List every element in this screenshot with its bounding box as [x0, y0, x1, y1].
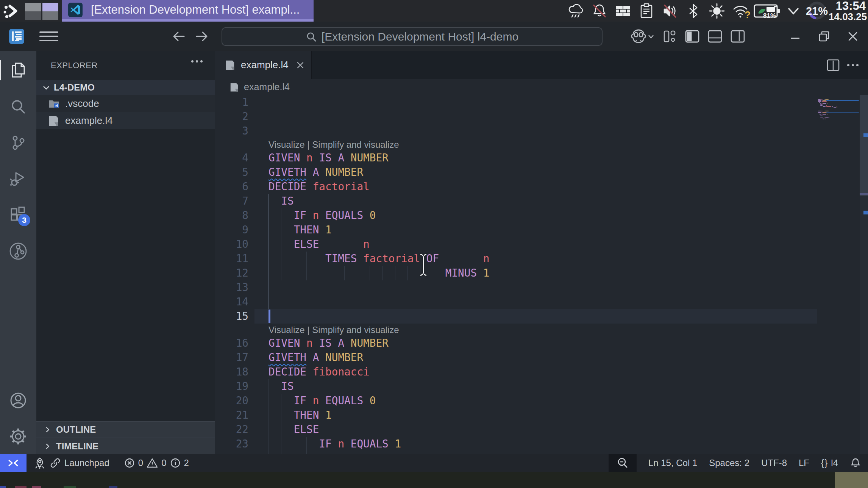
code-line-7[interactable]: 7 IS: [215, 194, 817, 208]
code-line-10[interactable]: 10 ELSE n: [215, 237, 817, 252]
source-control-icon[interactable]: [0, 125, 36, 161]
battery-percentage: 81%: [763, 12, 776, 19]
battery-icon[interactable]: 81%: [752, 1, 782, 21]
problems-status[interactable]: 0 0 2: [124, 457, 189, 469]
error-icon: [124, 457, 135, 469]
language-mode-status[interactable]: { } l4: [821, 458, 838, 468]
eol-status[interactable]: LF: [799, 458, 809, 468]
code-line-4[interactable]: 4GIVEN n IS A NUMBER: [215, 151, 817, 165]
launchpad-button[interactable]: Launchpad: [33, 457, 109, 469]
l4-visualizer-icon[interactable]: [0, 233, 36, 269]
settings-gear-icon[interactable]: [0, 418, 36, 455]
wifi-question-icon[interactable]: ?: [729, 1, 752, 21]
minimize-icon[interactable]: [784, 25, 807, 48]
zoom-out-button[interactable]: [609, 454, 637, 472]
indent-guide: [281, 451, 281, 454]
layout-customize-icon[interactable]: [658, 25, 681, 48]
tree-item-example-l4[interactable]: example.l4: [36, 112, 215, 129]
minimap[interactable]: [817, 95, 860, 454]
app-icon[interactable]: [9, 29, 24, 44]
code-line-5[interactable]: 5GIVETH A NUMBER: [215, 165, 817, 180]
code-line-8[interactable]: 8 IF n EQUALS 0: [215, 208, 817, 223]
code-line-12[interactable]: 12 MINUS 1: [215, 266, 817, 280]
outline-pane-header[interactable]: OUTLINE: [36, 421, 215, 438]
copilot-icon[interactable]: [626, 25, 658, 48]
bluetooth-icon[interactable]: [682, 1, 705, 21]
minimap-line-mark: [829, 117, 829, 118]
workspace-section-header[interactable]: L4-DEMO: [36, 80, 215, 95]
codelens-row[interactable]: Visualize | Simplify and visualize: [215, 324, 817, 336]
close-icon[interactable]: [841, 25, 864, 48]
file-icon: [48, 115, 60, 127]
notifications-muted-icon[interactable]: [588, 1, 611, 21]
explorer-icon[interactable]: [0, 52, 36, 88]
explorer-more-actions-icon[interactable]: [190, 59, 203, 63]
indentation-status[interactable]: Spaces: 2: [709, 458, 749, 468]
extensions-icon[interactable]: 3: [0, 196, 36, 232]
codelens-row[interactable]: Visualize | Simplify and visualize: [215, 138, 817, 151]
brightness-icon[interactable]: [705, 1, 729, 21]
code-line-18[interactable]: 18DECIDE fibonacci: [215, 365, 817, 379]
layout-sidebar-left-icon[interactable]: [681, 25, 704, 48]
code-line-24[interactable]: 24 THEN 1: [215, 451, 817, 454]
weather-rain-icon[interactable]: [564, 1, 588, 21]
breadcrumb[interactable]: example.l4: [215, 79, 868, 95]
tray-chevron-down-icon[interactable]: [782, 1, 805, 21]
split-editor-icon[interactable]: [823, 59, 843, 71]
layout-sidebar-right-icon[interactable]: [726, 25, 749, 48]
editor-scrollbar[interactable]: [860, 95, 868, 454]
indent-guide: [294, 252, 294, 266]
remote-indicator[interactable]: [0, 454, 27, 472]
code-line-3[interactable]: 3: [215, 124, 817, 138]
tree-item-vscode-folder[interactable]: .vscode: [36, 95, 215, 112]
usage-gauge-icon[interactable]: 21%: [805, 0, 829, 22]
scrollbar-slider[interactable]: [860, 95, 868, 196]
search-icon[interactable]: [0, 89, 36, 125]
code-line-16[interactable]: 16GIVEN n IS A NUMBER: [215, 336, 817, 350]
command-center-search[interactable]: [Extension Development Host] l4-demo: [222, 27, 603, 46]
code-line-9[interactable]: 9 THEN 1: [215, 223, 817, 237]
window-thumbnail-1[interactable]: [25, 3, 41, 20]
account-icon[interactable]: [0, 382, 36, 419]
timeline-pane-header[interactable]: TIMELINE: [36, 438, 215, 454]
restore-icon[interactable]: [813, 25, 835, 48]
code-line-14[interactable]: 14: [215, 295, 817, 309]
launcher-logo-icon[interactable]: [3, 2, 23, 20]
code-line-20[interactable]: 20 IF n EQUALS 0: [215, 394, 817, 408]
code-line-13[interactable]: 13: [215, 280, 817, 295]
code-line-2[interactable]: 2: [215, 109, 817, 124]
chevron-right-icon: [43, 425, 52, 434]
code-line-content: GIVEN n IS A NUMBER: [269, 151, 389, 165]
tray-clock[interactable]: 13:54 14.03.25: [829, 0, 868, 22]
clipboard-icon[interactable]: [635, 1, 658, 21]
notifications-bell[interactable]: [850, 457, 861, 469]
code-line-19[interactable]: 19 IS: [215, 379, 817, 394]
tab-example-l4[interactable]: example.l4: [215, 51, 312, 79]
run-and-debug-icon[interactable]: [0, 160, 36, 196]
code-line-15[interactable]: 15: [215, 309, 817, 324]
editor-more-actions-icon[interactable]: [843, 63, 863, 67]
code-line-1[interactable]: 1: [215, 95, 817, 109]
code-editor[interactable]: 123Visualize | Simplify and visualize4GI…: [215, 95, 868, 454]
code-line-6[interactable]: 6DECIDE factorial: [215, 180, 817, 194]
volume-muted-icon[interactable]: [658, 1, 682, 21]
code-line-23[interactable]: 23 IF n EQUALS 1: [215, 437, 817, 451]
warning-icon: [146, 457, 158, 469]
code-line-17[interactable]: 17GIVETH A NUMBER: [215, 350, 817, 365]
taskbar-active-window-button[interactable]: [Extension Development Host] exampl...: [62, 0, 314, 22]
window-thumbnail-2[interactable]: [42, 3, 58, 20]
code-line-22[interactable]: 22 ELSE: [215, 422, 817, 437]
arrow-right-icon[interactable]: [194, 29, 209, 44]
cursor-position-status[interactable]: Ln 15, Col 1: [648, 458, 697, 468]
clock-time: 13:54: [829, 0, 866, 12]
menu-icon[interactable]: [39, 31, 58, 41]
code-line-21[interactable]: 21 THEN 1: [215, 408, 817, 422]
firewall-icon[interactable]: [611, 1, 635, 21]
tab-close-icon[interactable]: [295, 60, 305, 70]
layout-panel-icon[interactable]: [704, 25, 726, 48]
zoom-out-icon: [617, 457, 629, 469]
code-line-11[interactable]: 11 TIMES factorial OF n: [215, 252, 817, 266]
encoding-status[interactable]: UTF-8: [761, 458, 787, 468]
minimap-line-mark: [822, 113, 827, 113]
arrow-left-icon[interactable]: [171, 29, 186, 44]
